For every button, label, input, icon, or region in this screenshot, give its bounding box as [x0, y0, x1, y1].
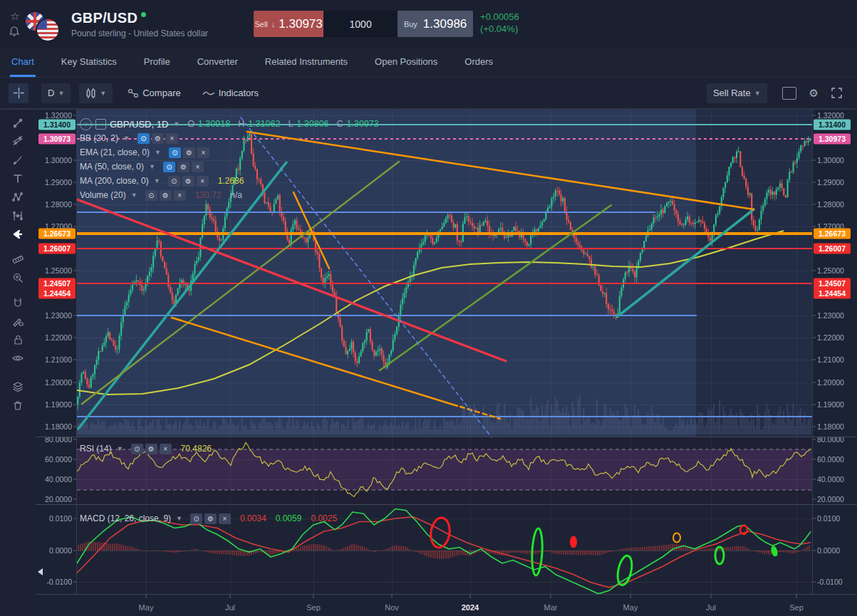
zoom-in-tool[interactable] — [7, 268, 28, 287]
tab-key-statistics[interactable]: Key Statistics — [60, 48, 118, 77]
forecast-tool[interactable] — [7, 207, 28, 225]
eye-icon[interactable]: ⊙ — [145, 190, 157, 201]
trading-app: ☆ GBP/USD Pound sterling - United States… — [0, 0, 857, 616]
rsi-close-icon[interactable]: × — [160, 444, 172, 454]
text-tool[interactable] — [7, 169, 28, 188]
svg-text:1.19000: 1.19000 — [45, 400, 72, 409]
legend-symbol[interactable]: GBP/USD, 1D — [110, 119, 168, 130]
svg-text:1.18000: 1.18000 — [817, 422, 844, 431]
macd-label[interactable]: MACD (12, 26, close, 9) — [80, 513, 171, 523]
indicator-label[interactable]: MA (50, close, 0) — [80, 162, 144, 172]
chart-type-select[interactable]: ▼ — [79, 83, 113, 103]
indicator-row: EMA (21, close, 0)▼⊙⚙× — [80, 145, 379, 160]
eye-icon[interactable]: ⊙ — [137, 133, 150, 144]
tab-converter[interactable]: Converter — [196, 48, 239, 77]
magnet-tool[interactable] — [7, 293, 28, 312]
symbol-caret-icon[interactable]: ▼ — [173, 120, 180, 127]
close-icon[interactable]: × — [174, 190, 186, 201]
indicators-button[interactable]: Indicators — [196, 83, 265, 103]
indicator-label[interactable]: BB (20, 2) — [80, 133, 118, 143]
quantity-field[interactable] — [323, 11, 398, 37]
svg-text:60.0000: 60.0000 — [817, 455, 844, 464]
xabcd-pattern-icon — [12, 192, 24, 203]
rsi-gear-icon[interactable]: ⚙ — [145, 444, 157, 454]
remove-drawings-icon — [12, 400, 24, 411]
eye-icon[interactable]: ⊙ — [168, 176, 180, 187]
svg-text:0.0100: 0.0100 — [49, 514, 72, 523]
gear-icon[interactable]: ⚙ — [177, 162, 189, 172]
eye-icon[interactable]: ⊙ — [169, 147, 181, 158]
compare-button[interactable]: Compare — [121, 83, 187, 103]
gear-icon[interactable]: ⚙ — [182, 176, 194, 187]
arrow-tool[interactable] — [7, 225, 28, 244]
close-icon[interactable]: × — [192, 162, 204, 172]
svg-text:May: May — [623, 603, 638, 612]
low-label: L — [288, 119, 293, 129]
svg-text:1.20000: 1.20000 — [45, 378, 72, 387]
snapshot-icon — [782, 87, 796, 100]
tab-orders[interactable]: Orders — [463, 48, 494, 77]
tab-chart[interactable]: Chart — [10, 48, 36, 77]
tab-related-instruments[interactable]: Related Instruments — [264, 48, 349, 77]
close-icon[interactable]: × — [197, 176, 209, 187]
gear-icon[interactable]: ⚙ — [160, 190, 172, 201]
favorite-star-icon[interactable]: ☆ — [9, 10, 21, 23]
arrow-icon — [12, 229, 24, 240]
gear-icon[interactable]: ⚙ — [152, 133, 164, 144]
trend-line-icon — [12, 118, 24, 129]
forecast-icon — [12, 210, 24, 221]
svg-text:60.0000: 60.0000 — [45, 455, 72, 464]
svg-text:1.30973: 1.30973 — [43, 135, 71, 143]
indicator-label[interactable]: Volume (20) — [80, 190, 126, 200]
eye-icon[interactable]: ⊙ — [163, 162, 175, 172]
close-icon[interactable]: × — [197, 147, 209, 158]
trend-line-tool[interactable] — [7, 114, 28, 132]
svg-text:Nov: Nov — [385, 603, 399, 612]
xabcd-pattern-tool[interactable] — [7, 188, 28, 207]
gear-icon[interactable]: ⚙ — [183, 147, 195, 158]
macd-eye-icon[interactable]: ⊙ — [190, 513, 202, 524]
svg-text:1.32000: 1.32000 — [817, 111, 844, 120]
settings-button[interactable]: ⚙ — [803, 83, 825, 103]
rsi-label[interactable]: RSI (14) — [80, 444, 112, 454]
svg-text:1.26007: 1.26007 — [819, 244, 846, 253]
ruler-tool[interactable] — [7, 250, 28, 268]
minimize-legend-icon[interactable]: − — [95, 119, 106, 130]
crosshair-tool-button[interactable] — [9, 83, 28, 103]
close-icon[interactable]: × — [166, 133, 178, 144]
drawing-lock-tool[interactable] — [7, 312, 28, 330]
macd-close-icon[interactable]: × — [219, 513, 231, 524]
buy-button[interactable]: Buy 1.30986 — [398, 11, 473, 37]
remove-drawings-tool[interactable] — [7, 396, 28, 414]
svg-text:1.31400: 1.31400 — [819, 120, 846, 129]
interval-select[interactable]: D▼ — [41, 83, 71, 103]
tab-open-positions[interactable]: Open Positions — [373, 48, 439, 77]
collapse-legend-icon[interactable]: ∨ — [80, 118, 92, 130]
tab-profile[interactable]: Profile — [142, 48, 172, 77]
svg-text:1.24507: 1.24507 — [819, 279, 846, 288]
quantity-input[interactable] — [327, 18, 394, 31]
sell-button[interactable]: Sell ↓ 1.30973 — [254, 11, 323, 37]
price-alert-bell-icon[interactable] — [9, 26, 21, 38]
lock-all-tool[interactable] — [7, 330, 28, 349]
change-percent: (+0.04%) — [480, 23, 519, 35]
indicator-label[interactable]: MA (200, close, 0) — [80, 176, 149, 186]
brush-tool[interactable] — [7, 151, 28, 169]
open-value: 1.30918 — [198, 119, 230, 129]
snapshot-button[interactable] — [776, 83, 803, 103]
indicator-label[interactable]: EMA (21, close, 0) — [80, 147, 150, 157]
fib-retracement-tool[interactable] — [7, 132, 28, 151]
chart-toolbar: D▼ ▼ Compare Indicators Sell Rate▼ ⚙ — [0, 78, 857, 109]
buy-price: 1.30986 — [423, 17, 467, 31]
sell-rate-select[interactable]: Sell Rate▼ — [707, 83, 767, 103]
fullscreen-button[interactable] — [825, 83, 848, 103]
chart-legend: ∨ − GBP/USD, 1D ▼ O1.30918 H1.31062 L1.3… — [80, 117, 379, 202]
hide-all-tool[interactable] — [7, 349, 28, 367]
macd-gear-icon[interactable]: ⚙ — [204, 513, 217, 524]
rsi-eye-icon[interactable]: ⊙ — [131, 444, 143, 454]
svg-text:0.0000: 0.0000 — [49, 546, 72, 555]
object-tree-tool[interactable] — [7, 377, 28, 396]
currency-pair-flags — [24, 6, 66, 42]
candlestick-icon — [85, 88, 96, 99]
svg-text:1.26673: 1.26673 — [43, 229, 71, 238]
